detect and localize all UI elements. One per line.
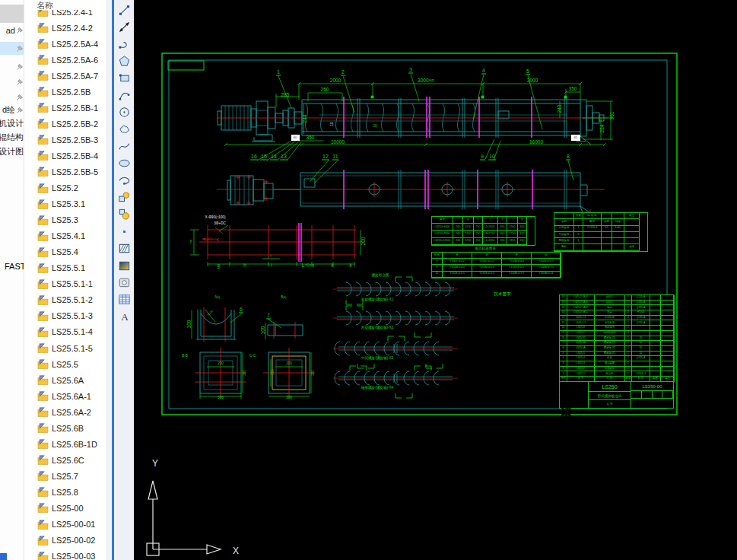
cell — [661, 367, 675, 372]
arc-icon[interactable] — [114, 87, 134, 103]
file-item[interactable]: LS25.2.4-2 — [24, 20, 106, 36]
column-header-name[interactable]: 名称 — [24, 0, 106, 10]
file-item[interactable]: LS25.2.5B-5 — [24, 164, 106, 180]
file-item[interactable]: LS25.5.1-5 — [24, 340, 106, 356]
nav-item[interactable]: 辊结构 — [0, 131, 24, 144]
nav-item[interactable]: FAST — [0, 259, 24, 272]
file-item[interactable]: LS25.5.1-3 — [24, 308, 106, 324]
nav-item[interactable]: 机设计 — [0, 117, 24, 130]
revision-cloud-icon[interactable] — [114, 121, 134, 138]
cell: 20 — [632, 352, 650, 357]
hole-note: 3Φ+DC — [214, 222, 226, 226]
file-item[interactable]: LS25-00-01 — [24, 517, 106, 533]
nav-item[interactable] — [0, 91, 24, 103]
balloon: 5 — [526, 68, 530, 75]
cell — [554, 213, 574, 219]
table-icon[interactable] — [114, 291, 134, 308]
construction-line-icon[interactable] — [114, 18, 134, 35]
insert-block-icon[interactable] — [114, 189, 134, 205]
file-item[interactable]: LS25.2.5B — [24, 84, 106, 100]
file-item[interactable]: LS25.3 — [24, 212, 106, 228]
cell — [580, 382, 589, 387]
file-item[interactable]: LS25.6B-1D — [24, 436, 106, 452]
file-item[interactable]: LS25.2.5B-1 — [24, 100, 106, 116]
multiline-text-icon[interactable]: A — [114, 308, 134, 325]
cell: Y100L-4-2.2 — [472, 259, 502, 265]
cell: 11 — [560, 320, 567, 326]
file-item[interactable]: LS25.2 — [24, 180, 106, 196]
file-item[interactable]: LS25.3.1 — [24, 196, 106, 212]
nav-item[interactable]: 设计图 — [0, 145, 24, 158]
file-item[interactable]: LS25.5 — [24, 356, 106, 372]
cell — [661, 310, 675, 316]
cell: 1 — [625, 295, 632, 301]
cell — [650, 361, 661, 367]
nav-item[interactable] — [0, 60, 24, 73]
cad-canvas[interactable]: 285 250 2000 3000×n 3000 350 240 361 224… — [134, 0, 737, 560]
file-item[interactable]: LS25.2.5A-4 — [24, 36, 106, 52]
hatch-icon[interactable] — [114, 240, 134, 256]
motor-table: 机长BMHSL6Y100L-4-2.2Y100L-4-2.2Y112M-4-4.… — [431, 252, 561, 278]
cell — [602, 244, 612, 250]
cell — [661, 371, 675, 377]
table-row: 台数电 动 机备注 — [554, 213, 647, 219]
ellipse-icon[interactable] — [114, 155, 134, 172]
point-icon[interactable] — [114, 223, 134, 240]
scrollbar-track[interactable] — [106, 0, 112, 560]
file-item[interactable]: LS25-00-02 — [24, 533, 106, 549]
rectangle-icon[interactable] — [114, 70, 134, 87]
nav-item[interactable]: d绘 — [0, 103, 24, 116]
file-item[interactable]: LS25.2.5B-2 — [24, 116, 106, 132]
taskbar-corner-badge[interactable] — [0, 553, 7, 560]
cell: 13 — [560, 310, 567, 316]
file-item[interactable]: LS25.2.5A-7 — [24, 68, 106, 84]
cell: 7 — [560, 341, 567, 346]
nav-item[interactable]: ad — [0, 24, 24, 37]
file-item[interactable]: LS25.2.5B-4 — [24, 148, 106, 164]
bom-row: 15LS25.2.5A-6进料口1Q235-A — [560, 301, 673, 306]
ellipse-arc-icon[interactable] — [114, 172, 134, 189]
line-icon[interactable] — [114, 2, 134, 18]
cell — [580, 403, 589, 409]
file-item[interactable]: LS25.2.5A-6 — [24, 52, 106, 68]
polyline-icon[interactable] — [114, 36, 134, 52]
region-icon[interactable] — [114, 274, 134, 291]
file-item[interactable]: LS25.6C — [24, 452, 106, 468]
cell: LS25.2.2 — [567, 320, 595, 326]
cell: 2 — [560, 367, 567, 372]
polygon-icon[interactable] — [114, 52, 134, 69]
cell — [650, 326, 661, 331]
file-item[interactable]: LS25.6B — [24, 420, 106, 436]
dim-label: 244 — [303, 115, 308, 123]
parameter-table-a: 型号fghiklbLS250×600024012502502×250030025… — [431, 216, 535, 246]
dim-label: k — [331, 263, 333, 269]
bom-row: 12LS25.2.4中间机壳4Q235-A — [560, 316, 673, 321]
file-item[interactable]: LS25.8 — [24, 484, 106, 500]
file-item[interactable]: LS25.5.1-4 — [24, 324, 106, 340]
file-item[interactable]: LS25.6A — [24, 372, 106, 388]
nav-item-selected[interactable] — [0, 42, 24, 55]
file-item[interactable]: LS25-00-03 — [24, 549, 106, 560]
file-item[interactable]: LS25-00 — [24, 500, 106, 516]
file-item[interactable]: LS25.4.1 — [24, 228, 106, 244]
gradient-icon[interactable] — [114, 257, 134, 274]
file-item[interactable]: LS25.2.5B-3 — [24, 132, 106, 148]
cell: 1250 — [463, 224, 474, 231]
cell: Y112M-4-4.0 — [472, 265, 502, 271]
file-item[interactable]: LS25.4 — [24, 244, 106, 260]
file-item[interactable]: LS25.6A-2 — [24, 404, 106, 420]
circle-icon[interactable] — [114, 103, 134, 120]
file-item[interactable]: LS25.7 — [24, 468, 106, 484]
title-block-signatures: 设计校核审核批准日期 — [560, 382, 589, 408]
cell — [580, 398, 589, 403]
make-block-icon[interactable] — [114, 206, 134, 223]
file-item[interactable]: LS25.5.1 — [24, 260, 106, 276]
file-item[interactable]: LS25.5.1-2 — [24, 292, 106, 308]
nav-item[interactable] — [0, 75, 24, 88]
file-item[interactable]: LS25.6A-1 — [24, 388, 106, 404]
file-item[interactable]: LS25.5.1-1 — [24, 276, 106, 292]
dim-label: 240 — [558, 105, 563, 113]
spline-icon[interactable] — [114, 138, 134, 154]
dwg-folder-icon — [37, 487, 49, 497]
table-row: 尾部装置1 — [554, 238, 647, 244]
